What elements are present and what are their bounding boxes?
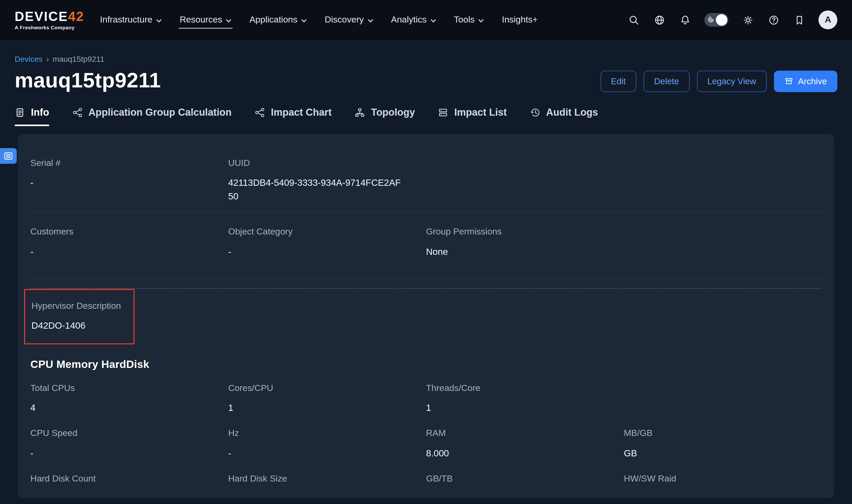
tab-label: Topology [371,107,415,118]
nav-item-label: Resources [180,15,222,25]
nav-item-label: Analytics [391,15,427,25]
tab-label: Application Group Calculation [89,107,232,118]
field-label: Hard Disk Size [228,474,426,484]
device-actions: Edit Delete Legacy View Archive [600,71,837,92]
nav-item-applications[interactable]: Applications [250,0,307,40]
app-group-icon [72,107,83,118]
field-value: D42DO-1406 [31,320,121,333]
nav-item-label: Tools [454,15,475,25]
field-label: Cores/CPU [228,383,426,394]
tab-label: Impact List [454,107,507,118]
info-tab-icon [15,107,25,118]
delete-button[interactable]: Delete [643,71,689,92]
field-value: 42113DB4-5409-3333-934A-9714FCE2AF50 [228,177,401,203]
field-value: 8.000 [426,447,624,460]
field-cores-cpu: Cores/CPU 1 [228,383,426,415]
brand-main: DEVICE [15,8,68,23]
detail-tabs: Info Application Group Calculation Impac… [0,107,852,126]
bell-icon[interactable] [679,14,691,26]
archive-label: Archive [798,76,827,86]
field-label: Group Permissions [426,227,624,237]
chevron-down-icon [226,19,232,22]
field-value: - [30,177,228,190]
field-ram: RAM 8.000 [426,428,624,460]
section-heading-cpu-memory-harddisk: CPU Memory HardDisk [30,358,822,370]
field-label: UUID [228,158,426,169]
nav-item-label: Infrastructure [100,15,153,25]
tab-impact-list[interactable]: Impact List [438,107,507,126]
hypervisor-description-highlight: Hypervisor Description D42DO-1406 [24,289,135,344]
field-value: None [426,245,624,258]
field-label: Customers [30,227,228,237]
field-serial: Serial # - [30,158,228,203]
edit-button[interactable]: Edit [600,71,636,92]
field-hard-disk-count: Hard Disk Count [30,474,228,484]
impact-list-icon [438,107,448,118]
tab-application-group-calculation[interactable]: Application Group Calculation [72,107,232,126]
gear-icon[interactable] [742,14,754,26]
field-threads-core: Threads/Core 1 [426,383,624,415]
chevron-down-icon [430,19,436,22]
field-object-category: Object Category - [228,227,426,258]
moon-icon [707,16,715,23]
field-value: 1 [426,401,624,415]
field-label: GB/TB [426,474,624,484]
help-icon[interactable] [767,14,780,26]
user-avatar[interactable]: A [818,11,837,29]
nav-item-insights[interactable]: Insights+ [502,0,538,40]
field-value: 4 [30,401,228,415]
divider [30,278,822,279]
field-label: RAM [426,428,624,439]
field-gb-tb: GB/TB [426,474,624,484]
field-label: Hard Disk Count [30,474,228,484]
field-value: GB [624,447,822,460]
dashed-divider [30,288,822,289]
impact-chart-icon [254,107,265,118]
nav-item-label: Insights+ [502,15,538,25]
archive-button[interactable]: Archive [774,71,837,92]
field-group-permissions: Group Permissions None [426,227,624,258]
page-header: Devices › mauq15tp9211 mauq15tp9211 Edit… [0,54,852,92]
field-hypervisor-description: Hypervisor Description D42DO-1406 [31,301,121,333]
audit-logs-icon [530,107,540,118]
nav-item-analytics[interactable]: Analytics [391,0,436,40]
breadcrumb-current: mauq15tp9211 [53,54,105,63]
field-customers: Customers - [30,227,228,258]
tab-info[interactable]: Info [15,107,49,126]
breadcrumb-devices-link[interactable]: Devices [15,54,43,63]
bookmark-icon[interactable] [793,14,805,26]
chevron-down-icon [367,19,373,22]
nav-item-resources[interactable]: Resources [180,0,232,40]
archive-icon [784,77,793,86]
legacy-view-button[interactable]: Legacy View [697,71,767,92]
device42-logo[interactable]: DEVICE42 A Freshworks Company [15,10,84,30]
theme-toggle[interactable] [704,13,728,27]
breadcrumb-separator: › [46,54,49,63]
nav-item-infrastructure[interactable]: Infrastructure [100,0,162,40]
tab-audit-logs[interactable]: Audit Logs [530,107,598,126]
field-hw-sw-raid: HW/SW Raid [624,474,822,484]
field-label: Threads/Core [426,383,624,394]
tab-label: Info [31,107,49,118]
side-panel-toggle[interactable] [0,148,17,164]
field-label: Serial # [30,158,228,169]
field-hz: Hz - [228,428,426,460]
nav-item-tools[interactable]: Tools [454,0,484,40]
field-label: Object Category [228,227,426,237]
globe-icon[interactable] [653,14,665,26]
field-mb-gb: MB/GB GB [624,428,822,460]
search-icon[interactable] [627,14,640,26]
field-label: MB/GB [624,428,822,439]
nav-item-label: Applications [250,15,298,25]
field-label: Total CPUs [30,383,228,394]
navbar-utilities: A [627,11,837,29]
field-label: HW/SW Raid [624,474,822,484]
nav-item-discovery[interactable]: Discovery [325,0,373,40]
nav-item-label: Discovery [325,15,364,25]
field-value: - [30,447,228,460]
breadcrumb: Devices › mauq15tp9211 [15,54,837,63]
brand-tagline: A Freshworks Company [15,24,84,30]
field-hard-disk-size: Hard Disk Size [228,474,426,484]
tab-topology[interactable]: Topology [355,107,415,126]
tab-impact-chart[interactable]: Impact Chart [254,107,332,126]
